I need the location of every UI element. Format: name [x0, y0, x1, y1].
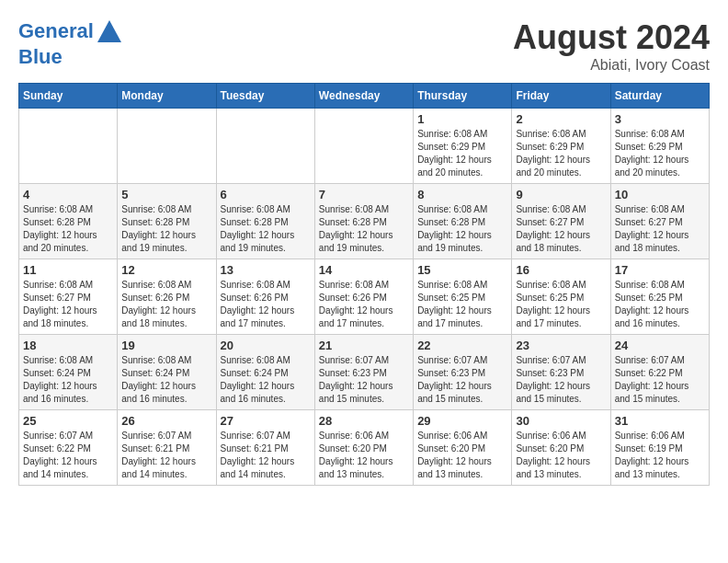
- cell-day-number: 28: [319, 414, 409, 428]
- day-header-saturday: Saturday: [610, 84, 709, 109]
- cell-day-number: 15: [417, 263, 507, 277]
- cell-day-number: 21: [319, 339, 409, 352]
- cell-info-text: Sunrise: 6:07 AM Sunset: 6:23 PM Dayligh…: [417, 354, 507, 406]
- cell-info-text: Sunrise: 6:06 AM Sunset: 6:20 PM Dayligh…: [417, 430, 507, 481]
- calendar-week-row: 4Sunrise: 6:08 AM Sunset: 6:28 PM Daylig…: [19, 184, 710, 259]
- cell-info-text: Sunrise: 6:08 AM Sunset: 6:26 PM Dayligh…: [319, 279, 409, 330]
- cell-info-text: Sunrise: 6:08 AM Sunset: 6:28 PM Dayligh…: [121, 203, 211, 255]
- calendar-cell: 4Sunrise: 6:08 AM Sunset: 6:28 PM Daylig…: [19, 184, 118, 259]
- calendar-cell: [118, 109, 216, 184]
- calendar-cell: 17Sunrise: 6:08 AM Sunset: 6:25 PM Dayli…: [610, 259, 709, 335]
- cell-info-text: Sunrise: 6:06 AM Sunset: 6:20 PM Dayligh…: [516, 430, 606, 481]
- cell-day-number: 3: [615, 112, 705, 126]
- page-header: General Blue August 2024 Abiati, Ivory C…: [18, 18, 710, 74]
- calendar-cell: 16Sunrise: 6:08 AM Sunset: 6:25 PM Dayli…: [512, 259, 610, 335]
- calendar-cell: 10Sunrise: 6:08 AM Sunset: 6:27 PM Dayli…: [610, 184, 709, 259]
- cell-day-number: 6: [221, 188, 311, 201]
- day-header-tuesday: Tuesday: [216, 84, 314, 109]
- calendar-cell: [314, 109, 413, 184]
- calendar-cell: 21Sunrise: 6:07 AM Sunset: 6:23 PM Dayli…: [314, 335, 413, 410]
- cell-info-text: Sunrise: 6:08 AM Sunset: 6:27 PM Dayligh…: [516, 203, 606, 255]
- calendar-cell: 11Sunrise: 6:08 AM Sunset: 6:27 PM Dayli…: [19, 259, 118, 335]
- calendar-cell: 1Sunrise: 6:08 AM Sunset: 6:29 PM Daylig…: [414, 109, 512, 184]
- cell-day-number: 16: [516, 263, 606, 277]
- cell-info-text: Sunrise: 6:06 AM Sunset: 6:19 PM Dayligh…: [615, 430, 705, 481]
- calendar-cell: 19Sunrise: 6:08 AM Sunset: 6:24 PM Dayli…: [118, 335, 216, 410]
- calendar-cell: [19, 109, 118, 184]
- calendar-cell: 23Sunrise: 6:07 AM Sunset: 6:23 PM Dayli…: [512, 335, 610, 410]
- cell-info-text: Sunrise: 6:07 AM Sunset: 6:21 PM Dayligh…: [121, 430, 211, 481]
- calendar-cell: 29Sunrise: 6:06 AM Sunset: 6:20 PM Dayli…: [414, 410, 512, 486]
- cell-day-number: 27: [221, 414, 311, 428]
- calendar-table: SundayMondayTuesdayWednesdayThursdayFrid…: [18, 83, 710, 486]
- cell-day-number: 26: [121, 414, 211, 428]
- calendar-cell: 28Sunrise: 6:06 AM Sunset: 6:20 PM Dayli…: [314, 410, 413, 486]
- cell-day-number: 30: [516, 414, 606, 428]
- calendar-cell: 3Sunrise: 6:08 AM Sunset: 6:29 PM Daylig…: [610, 109, 709, 184]
- calendar-cell: 30Sunrise: 6:06 AM Sunset: 6:20 PM Dayli…: [512, 410, 610, 486]
- calendar-cell: 22Sunrise: 6:07 AM Sunset: 6:23 PM Dayli…: [414, 335, 512, 410]
- calendar-week-row: 1Sunrise: 6:08 AM Sunset: 6:29 PM Daylig…: [19, 109, 710, 184]
- calendar-cell: 7Sunrise: 6:08 AM Sunset: 6:28 PM Daylig…: [314, 184, 413, 259]
- cell-info-text: Sunrise: 6:08 AM Sunset: 6:29 PM Dayligh…: [516, 128, 606, 179]
- cell-day-number: 31: [615, 414, 705, 428]
- cell-info-text: Sunrise: 6:08 AM Sunset: 6:24 PM Dayligh…: [221, 354, 311, 406]
- day-header-monday: Monday: [118, 84, 216, 109]
- cell-info-text: Sunrise: 6:08 AM Sunset: 6:28 PM Dayligh…: [319, 203, 409, 255]
- cell-day-number: 14: [319, 263, 409, 277]
- cell-day-number: 11: [23, 263, 113, 277]
- day-header-wednesday: Wednesday: [314, 84, 413, 109]
- calendar-cell: 6Sunrise: 6:08 AM Sunset: 6:28 PM Daylig…: [216, 184, 314, 259]
- calendar-week-row: 18Sunrise: 6:08 AM Sunset: 6:24 PM Dayli…: [19, 335, 710, 410]
- day-header-sunday: Sunday: [19, 84, 118, 109]
- cell-day-number: 13: [221, 263, 311, 277]
- calendar-cell: 8Sunrise: 6:08 AM Sunset: 6:28 PM Daylig…: [414, 184, 512, 259]
- page-subtitle: Abiati, Ivory Coast: [513, 57, 710, 74]
- calendar-cell: 12Sunrise: 6:08 AM Sunset: 6:26 PM Dayli…: [118, 259, 216, 335]
- cell-info-text: Sunrise: 6:08 AM Sunset: 6:29 PM Dayligh…: [615, 128, 705, 179]
- calendar-cell: 15Sunrise: 6:08 AM Sunset: 6:25 PM Dayli…: [414, 259, 512, 335]
- cell-day-number: 2: [516, 112, 606, 126]
- cell-day-number: 20: [221, 339, 311, 352]
- cell-day-number: 19: [121, 339, 211, 352]
- cell-info-text: Sunrise: 6:08 AM Sunset: 6:27 PM Dayligh…: [615, 203, 705, 255]
- calendar-cell: 9Sunrise: 6:08 AM Sunset: 6:27 PM Daylig…: [512, 184, 610, 259]
- calendar-cell: 26Sunrise: 6:07 AM Sunset: 6:21 PM Dayli…: [118, 410, 216, 486]
- cell-day-number: 10: [615, 188, 705, 201]
- cell-info-text: Sunrise: 6:08 AM Sunset: 6:24 PM Dayligh…: [121, 354, 211, 406]
- cell-day-number: 4: [23, 188, 113, 201]
- cell-day-number: 29: [417, 414, 507, 428]
- svg-marker-0: [97, 20, 121, 42]
- cell-day-number: 17: [615, 263, 705, 277]
- cell-day-number: 18: [23, 339, 113, 352]
- cell-info-text: Sunrise: 6:08 AM Sunset: 6:28 PM Dayligh…: [221, 203, 311, 255]
- cell-info-text: Sunrise: 6:08 AM Sunset: 6:28 PM Dayligh…: [23, 203, 113, 255]
- cell-info-text: Sunrise: 6:08 AM Sunset: 6:26 PM Dayligh…: [221, 279, 311, 330]
- cell-day-number: 5: [121, 188, 211, 201]
- calendar-cell: 13Sunrise: 6:08 AM Sunset: 6:26 PM Dayli…: [216, 259, 314, 335]
- cell-info-text: Sunrise: 6:06 AM Sunset: 6:20 PM Dayligh…: [319, 430, 409, 481]
- title-block: August 2024 Abiati, Ivory Coast: [513, 18, 710, 74]
- cell-info-text: Sunrise: 6:07 AM Sunset: 6:21 PM Dayligh…: [221, 430, 311, 481]
- calendar-cell: 24Sunrise: 6:07 AM Sunset: 6:22 PM Dayli…: [610, 335, 709, 410]
- cell-info-text: Sunrise: 6:07 AM Sunset: 6:23 PM Dayligh…: [516, 354, 606, 406]
- cell-day-number: 25: [23, 414, 113, 428]
- cell-info-text: Sunrise: 6:08 AM Sunset: 6:26 PM Dayligh…: [121, 279, 211, 330]
- cell-info-text: Sunrise: 6:08 AM Sunset: 6:25 PM Dayligh…: [615, 279, 705, 330]
- calendar-cell: 5Sunrise: 6:08 AM Sunset: 6:28 PM Daylig…: [118, 184, 216, 259]
- page-title: August 2024: [513, 18, 710, 57]
- day-header-friday: Friday: [512, 84, 610, 109]
- cell-info-text: Sunrise: 6:07 AM Sunset: 6:22 PM Dayligh…: [23, 430, 113, 481]
- calendar-cell: [216, 109, 314, 184]
- cell-day-number: 8: [417, 188, 507, 201]
- cell-info-text: Sunrise: 6:07 AM Sunset: 6:23 PM Dayligh…: [319, 354, 409, 406]
- cell-day-number: 12: [121, 263, 211, 277]
- cell-day-number: 23: [516, 339, 606, 352]
- cell-info-text: Sunrise: 6:07 AM Sunset: 6:22 PM Dayligh…: [615, 354, 705, 406]
- calendar-cell: 14Sunrise: 6:08 AM Sunset: 6:26 PM Dayli…: [314, 259, 413, 335]
- calendar-cell: 18Sunrise: 6:08 AM Sunset: 6:24 PM Dayli…: [19, 335, 118, 410]
- cell-day-number: 24: [615, 339, 705, 352]
- cell-day-number: 22: [417, 339, 507, 352]
- calendar-cell: 31Sunrise: 6:06 AM Sunset: 6:19 PM Dayli…: [610, 410, 709, 486]
- cell-info-text: Sunrise: 6:08 AM Sunset: 6:25 PM Dayligh…: [516, 279, 606, 330]
